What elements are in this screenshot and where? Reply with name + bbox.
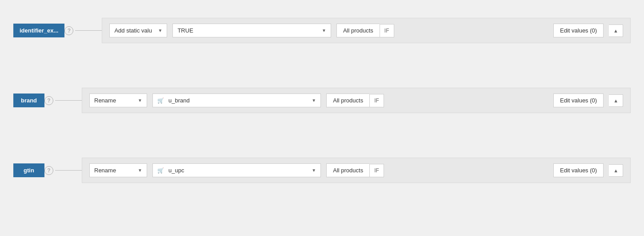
row-brand-cart-icon: 🛒 (157, 98, 164, 104)
row-gtin-if-btn[interactable]: IF (369, 164, 384, 177)
row-identifier-action-label: Add static valu (114, 27, 152, 34)
page-container: identifier_ex...?Add static valu▼TRUE▼Al… (0, 0, 644, 236)
row-gtin-bar: Rename▼🛒u_upc▼All productsIFEdit values … (82, 158, 631, 183)
row-gtin-connector (55, 170, 82, 171)
row-spacer-1 (0, 122, 644, 149)
row-identifier-filter-group: All productsIF (336, 24, 394, 37)
row-identifier-action-dropdown[interactable]: Add static valu▼ (109, 24, 167, 37)
row-identifier-all-products-btn[interactable]: All products (336, 24, 380, 37)
row-brand-action-dropdown[interactable]: Rename▼ (89, 94, 147, 107)
row-gtin-action-label: Rename (94, 167, 116, 174)
row-brand-value-caret: ▼ (312, 98, 316, 103)
row-gtin-value-dropdown[interactable]: 🛒u_upc▼ (152, 163, 321, 177)
row-identifier-connector (75, 30, 102, 31)
row-identifier-bar: Add static valu▼TRUE▼All productsIFEdit … (102, 18, 631, 43)
row-brand-action-caret: ▼ (138, 98, 142, 103)
row-spacer-0 (0, 52, 644, 79)
row-gtin-value-label: u_upc (168, 167, 184, 174)
row-identifier-if-btn[interactable]: IF (380, 24, 394, 37)
row-brand-if-btn[interactable]: IF (369, 94, 384, 107)
row-gtin-field-label[interactable]: gtin (13, 163, 44, 177)
row-gtin-action-caret: ▼ (138, 168, 142, 173)
row-brand-value-label: u_brand (168, 97, 190, 104)
row-gtin-value-caret: ▼ (312, 168, 316, 173)
row-brand-wrapper: brand?Rename▼🛒u_brand▼All productsIFEdit… (0, 79, 644, 122)
row-identifier-value-dropdown[interactable]: TRUE▼ (172, 24, 331, 37)
row-gtin-edit-values-btn[interactable]: Edit values (0) (553, 163, 604, 177)
row-gtin-cart-icon: 🛒 (157, 167, 164, 174)
row-gtin-collapse-btn[interactable]: ▲ (609, 164, 623, 177)
row-brand-connector (55, 100, 82, 101)
row-identifier-help-icon[interactable]: ? (64, 26, 73, 35)
row-brand-value-dropdown[interactable]: 🛒u_brand▼ (152, 94, 321, 107)
row-identifier-action-caret: ▼ (158, 28, 163, 33)
row-brand-action-label: Rename (94, 97, 116, 104)
row-brand-filter-group: All productsIF (326, 94, 384, 107)
row-gtin-help-icon[interactable]: ? (44, 166, 53, 175)
row-identifier-edit-values-btn[interactable]: Edit values (0) (553, 24, 604, 37)
row-identifier-wrapper: identifier_ex...?Add static valu▼TRUE▼Al… (0, 9, 644, 52)
row-identifier-value-caret: ▼ (322, 28, 326, 33)
row-brand-edit-values-btn[interactable]: Edit values (0) (553, 94, 604, 107)
row-gtin-wrapper: gtin?Rename▼🛒u_upc▼All productsIFEdit va… (0, 149, 644, 192)
row-brand-field-label[interactable]: brand (13, 94, 44, 107)
row-brand-bar: Rename▼🛒u_brand▼All productsIFEdit value… (82, 88, 631, 113)
row-brand-help-icon[interactable]: ? (44, 96, 53, 105)
row-identifier-field-label[interactable]: identifier_ex... (13, 24, 64, 37)
row-identifier-collapse-btn[interactable]: ▲ (609, 24, 623, 37)
row-identifier-value-label: TRUE (177, 27, 193, 34)
row-gtin-action-dropdown[interactable]: Rename▼ (89, 163, 147, 177)
row-brand-all-products-btn[interactable]: All products (326, 94, 369, 107)
row-brand-collapse-btn[interactable]: ▲ (609, 94, 623, 107)
row-gtin-all-products-btn[interactable]: All products (326, 163, 369, 177)
row-gtin-filter-group: All productsIF (326, 163, 384, 177)
